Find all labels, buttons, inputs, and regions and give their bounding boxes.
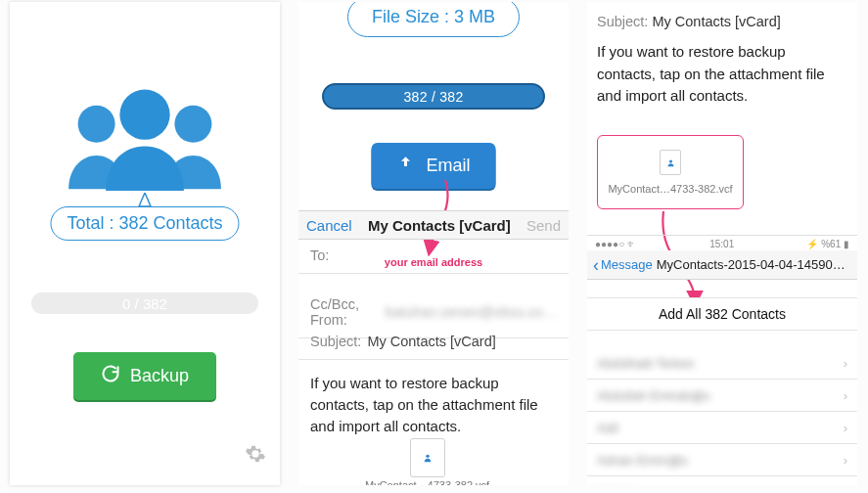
subject-field[interactable]: Subject: My Contacts [vCard] [298,324,569,360]
contact-row[interactable]: Ahmet› [587,476,857,485]
nav-title: MyContacts-2015-04-04-145903-382 [657,257,851,272]
subject-row: Subject: My Contacts [vCard] [587,10,857,33]
email-body: If you want to restore backup contacts, … [597,41,847,108]
backup-button[interactable]: Backup [73,352,216,400]
svg-point-1 [174,106,211,143]
settings-gear-icon[interactable] [245,443,266,468]
attachment-name: MyContact…4733-382.vcf [365,479,489,485]
nav-bar: ‹ Message MyContacts-2015-04-04-145903-3… [587,250,857,280]
chevron-right-icon: › [844,421,847,435]
cancel-button[interactable]: Cancel [306,217,352,234]
status-time: 15:01 [709,239,734,249]
chevron-right-icon: › [844,485,847,486]
vcard-file-icon [660,150,681,175]
file-size-badge: File Size : 3 MB [347,2,520,37]
compose-header: Cancel My Contacts [vCard] Send [298,210,569,240]
vcard-file-icon [410,438,445,477]
svg-point-2 [119,90,169,140]
attachment-highlight[interactable]: MyContact…4733-382.vcf [597,135,744,209]
chevron-right-icon: › [844,356,847,371]
contact-row[interactable]: Abdullah Emiraloğlu› [587,380,857,412]
svg-point-4 [669,159,672,162]
status-bar: ●●●●○ ᯤ 15:01 ⚡ %61 ▮ [587,235,857,251]
attachment-name: MyContact…4733-382.vcf [608,183,732,195]
total-contacts-badge: Total : 382 Contacts [50,206,239,241]
contact-row[interactable]: Abdülhalit Terken› [587,347,857,380]
contact-row[interactable]: Adil› [587,412,857,444]
backup-progress: 0 / 382 [31,292,258,314]
email-screen: File Size : 3 MB 382 / 382 Email Cancel … [298,2,569,485]
attachment[interactable]: MyContact…4733-382.vcf [365,438,489,485]
email-body[interactable]: If you want to restore backup contacts, … [298,363,569,446]
to-label: To: [310,247,329,263]
contact-row[interactable]: Adnan Emiroğlu› [587,444,857,476]
back-button[interactable]: Message [601,257,653,272]
annotation-your-email: your email address [385,256,482,268]
backup-button-label: Backup [130,366,189,386]
import-screen: Subject: My Contacts [vCard] If you want… [587,2,857,485]
chevron-right-icon: › [844,388,847,403]
subject-value: My Contacts [vCard] [367,334,495,349]
contacts-logo [10,78,280,196]
subject-label: Subject: [597,14,648,29]
subject-label: Subject: [310,334,361,349]
upload-icon [396,155,414,177]
subject-value: My Contacts [vCard] [652,14,780,29]
compose-title: My Contacts [vCard] [368,217,511,234]
status-battery: ⚡ %61 ▮ [806,239,849,249]
email-button[interactable]: Email [371,143,495,189]
svg-point-3 [426,455,429,458]
refresh-icon [101,364,120,388]
export-progress-pill: 382 / 382 [322,83,545,110]
add-all-contacts-button[interactable]: Add All 382 Contacts [587,297,857,331]
cc-value: batuhan.senen@obss.co… [386,304,557,320]
chevron-right-icon: › [844,453,847,468]
send-button[interactable]: Send [526,217,561,234]
svg-point-0 [78,106,115,143]
email-button-label: Email [426,156,470,176]
backup-app-screen: Total : 382 Contacts 0 / 382 Backup [10,2,280,485]
signal-icon: ●●●●○ ᯤ [595,239,637,249]
